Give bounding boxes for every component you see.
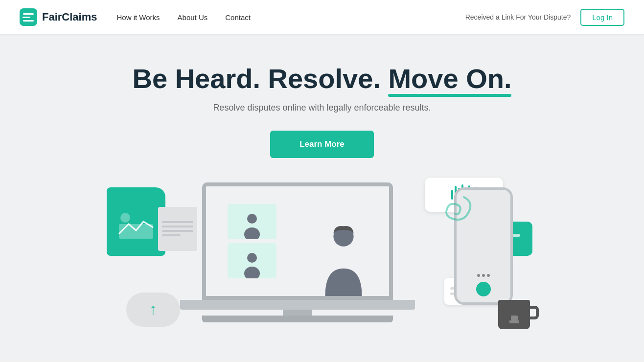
doc-image (116, 202, 156, 241)
cloud-shape: ↑ (126, 293, 180, 327)
svg-rect-0 (119, 224, 153, 239)
screen-right (298, 186, 389, 296)
hero-title: Be Heard. Resolve. Move On. (133, 64, 512, 94)
mug-body (498, 300, 530, 329)
person-card-2 (228, 243, 276, 278)
hero-subtitle: Resolve disputes online with legally enf… (213, 103, 431, 113)
screen-left (206, 186, 298, 296)
laptop-illustration (180, 182, 415, 329)
main-person (319, 186, 368, 296)
laptop-screen (202, 182, 393, 300)
person-card-1 (228, 204, 276, 239)
phone-dots (477, 274, 490, 277)
phone-dot-3 (487, 274, 490, 277)
nav-contact[interactable]: Contact (225, 13, 251, 22)
laptop-stand (283, 310, 312, 316)
document-icon (107, 187, 165, 256)
nav-how-it-works[interactable]: How it Works (117, 13, 160, 22)
phone-dot-2 (482, 274, 485, 277)
svg-point-1 (120, 213, 130, 223)
screen-inner (206, 186, 389, 296)
laptop-base (180, 300, 415, 310)
upload-arrow-icon: ↑ (149, 300, 157, 318)
login-button[interactable]: Log In (580, 9, 624, 26)
nav-about-us[interactable]: About Us (178, 13, 208, 22)
hero-illustration: ↑ (102, 178, 542, 344)
phone-home-button (476, 282, 491, 296)
svg-point-3 (244, 227, 260, 239)
svg-point-5 (244, 267, 260, 278)
svg-point-4 (247, 253, 257, 263)
nav-right: Received a Link For Your Dispute? Log In (465, 9, 624, 26)
hero-section: Be Heard. Resolve. Move On. Resolve disp… (0, 34, 644, 362)
swirl-decoration (435, 192, 474, 226)
cloud-upload: ↑ (121, 285, 185, 334)
logo[interactable]: FairClaims (20, 8, 97, 26)
learn-more-button[interactable]: Learn More (270, 131, 374, 158)
hero-title-part1: Be Heard. Resolve. (133, 63, 381, 94)
svg-point-2 (247, 214, 257, 224)
svg-rect-7 (511, 316, 518, 320)
coffee-mug (498, 300, 542, 339)
svg-rect-8 (509, 320, 519, 323)
logo-text: FairClaims (42, 11, 97, 23)
hero-title-part2: Move On. (388, 64, 511, 94)
nav-links: How it Works About Us Contact (117, 13, 465, 22)
logo-icon (20, 8, 37, 26)
navbar: FairClaims How it Works About Us Contact… (0, 0, 644, 34)
laptop-foot (202, 316, 393, 322)
dispute-link-text: Received a Link For Your Dispute? (465, 13, 571, 21)
phone-dot-1 (477, 274, 480, 277)
mug-handle (530, 306, 539, 319)
